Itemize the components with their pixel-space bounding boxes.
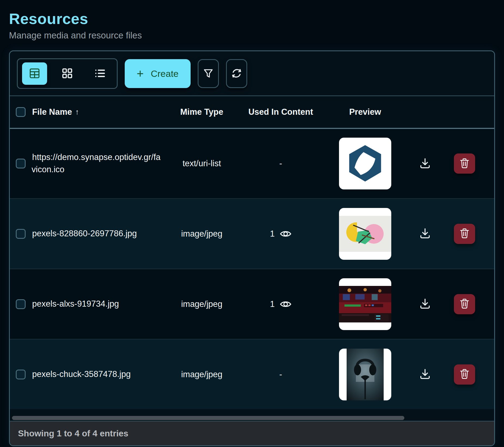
download-icon [419, 368, 431, 381]
row-checkbox[interactable] [16, 299, 26, 309]
mime-type-text: image/jpeg [181, 299, 222, 309]
file-name-text: pexels-alxs-919734.jpg [32, 299, 119, 309]
mime-type-text: image/jpeg [181, 370, 222, 379]
column-header-preview: Preview [320, 107, 410, 117]
list-view-icon [94, 67, 106, 80]
preview-thumbnail[interactable] [339, 349, 391, 400]
create-button-label: Create [151, 68, 179, 79]
file-name-text: pexels-chuck-3587478.jpg [32, 369, 131, 379]
download-icon [419, 227, 431, 240]
page-title: Resources [9, 10, 495, 28]
grid-view-button[interactable] [55, 62, 80, 85]
used-in-count: - [279, 159, 282, 168]
file-name-header-label: File Name [32, 107, 72, 117]
entries-status-text: Showing 1 to 4 of 4 entries [18, 428, 128, 439]
used-in-content-header-label: Used In Content [248, 107, 313, 117]
mime-type-text: text/uri-list [182, 159, 221, 168]
column-header-used-in-content[interactable]: Used In Content [241, 107, 320, 117]
download-button[interactable] [419, 227, 431, 240]
table-row: pexels-alxs-919734.jpg image/jpeg 1 [10, 268, 494, 339]
refresh-icon [231, 67, 243, 80]
toolbar: + Create [10, 51, 494, 95]
page-subtitle: Manage media and resource files [9, 30, 495, 41]
used-in-count: 1 [270, 229, 274, 239]
filter-icon [202, 67, 214, 80]
select-all-checkbox[interactable] [16, 107, 26, 117]
download-button[interactable] [419, 298, 431, 310]
used-in-count: - [279, 370, 282, 379]
file-name-text: pexels-828860-2697786.jpg [32, 229, 137, 238]
eye-icon[interactable] [280, 229, 292, 238]
refresh-button[interactable] [226, 59, 247, 88]
table-view-button[interactable] [22, 62, 47, 85]
delete-button[interactable] [454, 153, 475, 174]
delete-button[interactable] [454, 364, 475, 385]
download-button[interactable] [419, 157, 431, 170]
trash-icon [460, 369, 469, 380]
table-body: https://demo.synapse.optidev.gr/favicon.… [10, 128, 494, 409]
table-row: https://demo.synapse.optidev.gr/favicon.… [10, 128, 494, 198]
horizontal-scrollbar [10, 415, 494, 421]
table-row: pexels-828860-2697786.jpg image/jpeg 1 [10, 198, 494, 268]
used-in-count: 1 [270, 299, 274, 309]
table-header-row: File Name ↑ Mime Type Used In Content Pr… [10, 96, 494, 128]
column-header-mime-type[interactable]: Mime Type [162, 107, 241, 117]
table-view-icon [28, 67, 41, 80]
mime-type-text: image/jpeg [181, 229, 222, 239]
download-icon [419, 157, 431, 170]
resources-table: File Name ↑ Mime Type Used In Content Pr… [10, 95, 494, 415]
list-view-button[interactable] [87, 62, 112, 85]
trash-icon [460, 298, 469, 310]
download-icon [419, 298, 431, 310]
sort-ascending-icon: ↑ [75, 108, 79, 116]
delete-button[interactable] [454, 224, 475, 244]
eye-icon[interactable] [280, 300, 292, 309]
resources-panel: + Create [9, 50, 495, 446]
row-checkbox[interactable] [16, 159, 26, 168]
view-switcher [17, 58, 118, 89]
filter-button[interactable] [198, 59, 219, 88]
row-checkbox[interactable] [16, 229, 26, 239]
delete-button[interactable] [454, 294, 475, 314]
table-footer: Showing 1 to 4 of 4 entries [10, 421, 494, 445]
file-name-text: https://demo.synapse.optidev.gr/favicon.… [32, 152, 161, 174]
preview-thumbnail[interactable] [339, 278, 391, 330]
mime-type-header-label: Mime Type [180, 107, 223, 117]
grid-view-icon [61, 67, 74, 80]
preview-thumbnail[interactable] [339, 208, 391, 260]
trash-icon [460, 228, 469, 239]
row-checkbox[interactable] [16, 370, 26, 379]
download-button[interactable] [419, 368, 431, 381]
preview-thumbnail[interactable] [339, 138, 391, 189]
column-header-file-name[interactable]: File Name ↑ [32, 107, 162, 117]
table-row: pexels-chuck-3587478.jpg image/jpeg - [10, 339, 494, 409]
scrollbar-thumb[interactable] [12, 416, 404, 420]
resources-page: Resources Manage media and resource file… [0, 0, 504, 446]
create-button[interactable]: + Create [125, 59, 191, 88]
preview-header-label: Preview [349, 107, 381, 117]
trash-icon [460, 158, 469, 169]
plus-icon: + [137, 68, 144, 80]
